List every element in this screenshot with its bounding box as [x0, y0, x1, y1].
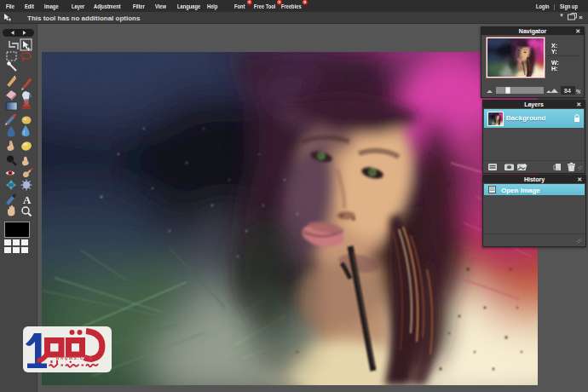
- svg-text:RAQMS.COM: RAQMS.COM: [56, 356, 94, 360]
- svg-text:A: A: [23, 193, 32, 206]
- svg-text:%: %: [576, 88, 580, 95]
- svg-text:84: 84: [564, 88, 571, 94]
